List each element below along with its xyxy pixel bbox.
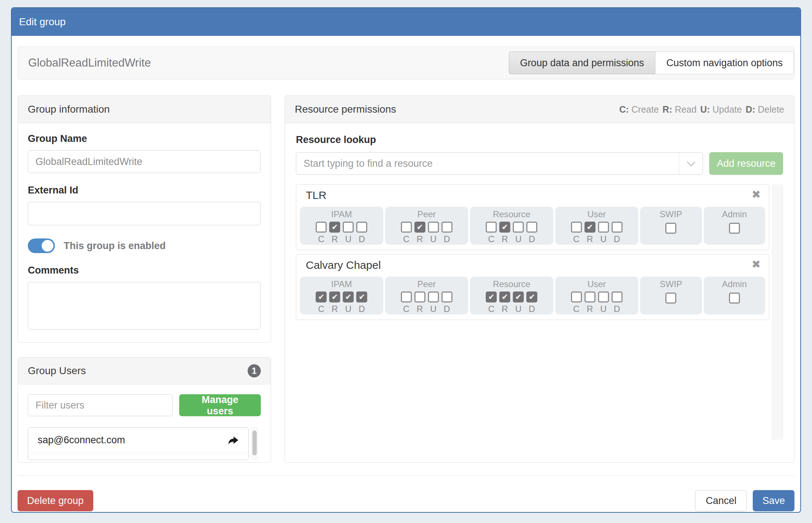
remove-resource-icon[interactable]: ✖ (752, 189, 761, 200)
crud-letter: R (414, 234, 425, 244)
group-name-input[interactable] (28, 150, 261, 173)
permission-group-resource: Resource✔✔✔✔CRUD (470, 276, 553, 315)
r-checkbox[interactable]: ✔ (329, 222, 340, 233)
c-checkbox[interactable] (486, 222, 497, 233)
permission-group-swip: SWIP (640, 276, 702, 315)
r-checkbox[interactable]: ✔ (499, 222, 510, 233)
resource-name: TLR (306, 189, 327, 202)
tab-group-data-and-permissions[interactable]: Group data and permissions (509, 52, 655, 74)
checkbox-row (729, 293, 740, 304)
u-checkbox[interactable] (513, 222, 524, 233)
c-checkbox[interactable] (571, 291, 582, 302)
remove-resource-icon[interactable]: ✖ (752, 259, 761, 270)
r-checkbox[interactable]: ✔ (584, 222, 595, 233)
swip-checkbox[interactable] (665, 293, 676, 304)
forward-arrow-icon[interactable] (228, 435, 239, 445)
d-checkbox[interactable] (441, 222, 452, 233)
crud-letter: U (343, 234, 354, 244)
c-checkbox[interactable] (401, 222, 412, 233)
u-checkbox[interactable] (428, 291, 439, 302)
crud-letter: C (401, 234, 412, 244)
resource-card: TLR✖IPAM✔CRUDPeer✔CRUDResource✔CRUDUser✔… (296, 184, 769, 250)
d-checkbox[interactable]: ✔ (526, 291, 537, 302)
u-checkbox[interactable] (428, 222, 439, 233)
crud-letter: C (571, 304, 582, 314)
permission-group-label: IPAM (331, 279, 352, 289)
resource-lookup-input[interactable] (296, 152, 703, 175)
permission-group-label: IPAM (331, 210, 352, 219)
r-checkbox[interactable]: ✔ (499, 291, 510, 302)
group-information-title: Group information (28, 104, 110, 115)
user-row[interactable]: sap@6connect.com (28, 428, 248, 453)
crud-letter: R (329, 304, 340, 314)
delete-group-button[interactable]: Delete group (18, 490, 93, 511)
u-checkbox[interactable] (598, 222, 609, 233)
u-checkbox[interactable]: ✔ (513, 291, 524, 302)
d-checkbox[interactable]: ✔ (356, 291, 367, 302)
comments-textarea[interactable] (28, 282, 261, 330)
d-checkbox[interactable] (441, 291, 452, 302)
admin-checkbox[interactable] (729, 293, 740, 304)
crud-letter: R (584, 304, 595, 314)
crud-letters: CRUD (316, 234, 367, 244)
c-checkbox[interactable] (316, 222, 327, 233)
chevron-down-icon (687, 158, 695, 166)
resource-permissions-body: Resource lookup Add resource TLR (285, 123, 794, 451)
u-checkbox[interactable]: ✔ (343, 291, 354, 302)
filter-users-input[interactable] (28, 394, 173, 416)
group-users-body: Manage users sap@6connect.com (18, 384, 271, 463)
c-checkbox[interactable]: ✔ (316, 291, 327, 302)
resource-card-top: TLR✖ (300, 189, 765, 207)
permission-group-label: Admin (722, 279, 747, 289)
resource-permissions-header: Resource permissions C: CreateR: ReadU: … (285, 96, 794, 123)
crud-letters: CRUD (486, 234, 537, 244)
admin-checkbox[interactable] (729, 223, 740, 234)
d-checkbox[interactable] (526, 222, 537, 233)
checkbox-row: ✔ (571, 222, 623, 233)
save-button[interactable]: Save (753, 490, 794, 511)
group-information-panel: Group information Group Name External Id… (18, 95, 271, 343)
tab-custom-navigation-options[interactable]: Custom navigation options (655, 52, 794, 74)
crud-letter: C (316, 234, 327, 244)
legend-key: D: (745, 104, 755, 114)
d-checkbox[interactable] (612, 291, 623, 302)
add-resource-button[interactable]: Add resource (709, 152, 783, 175)
crud-letters: CRUD (486, 304, 537, 314)
d-checkbox[interactable] (356, 222, 367, 233)
permission-group-user: UserCRUD (555, 276, 639, 315)
permission-group-ipam: IPAM✔✔✔✔CRUD (300, 276, 383, 315)
crud-legend: C: CreateR: ReadU: UpdateD: Delete (616, 104, 784, 115)
group-title: GlobalReadLimitedWrite (28, 56, 151, 69)
r-checkbox[interactable] (584, 291, 595, 302)
d-checkbox[interactable] (612, 222, 623, 233)
c-checkbox[interactable] (401, 291, 412, 302)
u-checkbox[interactable] (598, 291, 609, 302)
cancel-button[interactable]: Cancel (695, 490, 747, 511)
c-checkbox[interactable] (571, 222, 582, 233)
r-checkbox[interactable]: ✔ (329, 291, 340, 302)
crud-letter: R (414, 304, 425, 314)
user-count-badge: 1 (248, 364, 261, 377)
external-id-input[interactable] (28, 202, 261, 225)
r-checkbox[interactable] (414, 291, 425, 302)
modal-body: GlobalReadLimitedWrite Group data and pe… (12, 36, 800, 513)
group-users-title: Group Users (28, 365, 86, 377)
r-checkbox[interactable]: ✔ (414, 222, 425, 233)
resource-list-scrollbar[interactable] (772, 184, 783, 440)
user-list: sap@6connect.com (28, 427, 249, 460)
scrollbar-thumb[interactable] (252, 430, 257, 455)
u-checkbox[interactable] (343, 222, 354, 233)
c-checkbox[interactable]: ✔ (486, 291, 497, 302)
user-list-scrollbar[interactable] (251, 427, 258, 459)
group-enabled-toggle[interactable] (28, 238, 55, 253)
swip-checkbox[interactable] (665, 223, 676, 234)
enabled-toggle-row: This group is enabled (28, 238, 261, 253)
crud-letter: U (598, 234, 609, 244)
permission-group-user: User✔CRUD (555, 207, 639, 245)
crud-letter: R (499, 304, 510, 314)
permission-group-peer: PeerCRUD (385, 276, 469, 315)
lookup-dropdown-toggle[interactable] (679, 153, 703, 174)
checkbox-row: ✔ (486, 222, 537, 233)
resource-card-top: Calvary Chapel✖ (300, 259, 765, 276)
manage-users-button[interactable]: Manage users (179, 394, 261, 416)
